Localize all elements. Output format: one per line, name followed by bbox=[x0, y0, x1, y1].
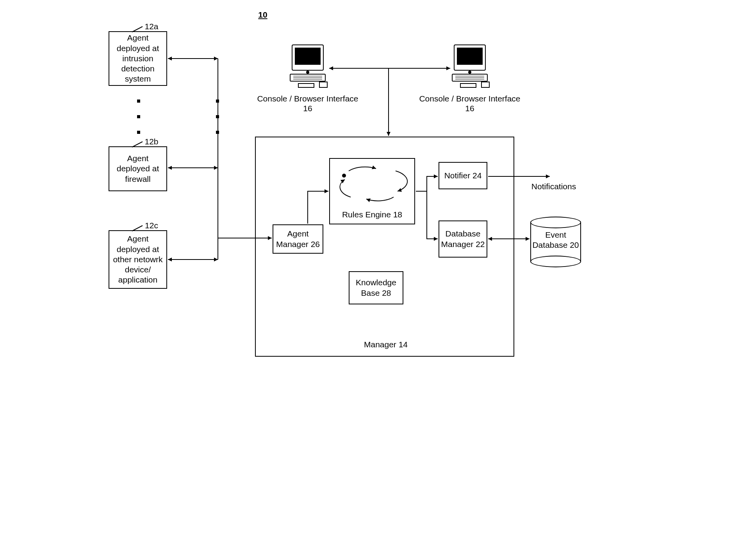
diagram-canvas: 10 12a Agent deployed at intrusion detec… bbox=[95, 0, 661, 420]
svg-line-0 bbox=[132, 27, 143, 32]
svg-rect-4 bbox=[137, 115, 140, 118]
svg-rect-14 bbox=[295, 48, 320, 64]
computer-icon bbox=[290, 45, 327, 87]
cycle-icon bbox=[340, 167, 408, 201]
svg-point-16 bbox=[307, 71, 309, 73]
svg-rect-30 bbox=[460, 84, 476, 87]
connector-overlay bbox=[95, 0, 661, 420]
svg-line-2 bbox=[132, 226, 143, 231]
svg-rect-23 bbox=[457, 48, 482, 64]
svg-rect-3 bbox=[137, 100, 140, 103]
computer-icon bbox=[452, 45, 489, 87]
svg-rect-29 bbox=[481, 82, 489, 87]
svg-rect-5 bbox=[137, 131, 140, 134]
svg-point-36 bbox=[342, 174, 346, 178]
svg-line-1 bbox=[132, 142, 143, 147]
svg-rect-20 bbox=[319, 82, 327, 87]
svg-point-25 bbox=[469, 71, 471, 73]
svg-rect-21 bbox=[298, 84, 314, 87]
